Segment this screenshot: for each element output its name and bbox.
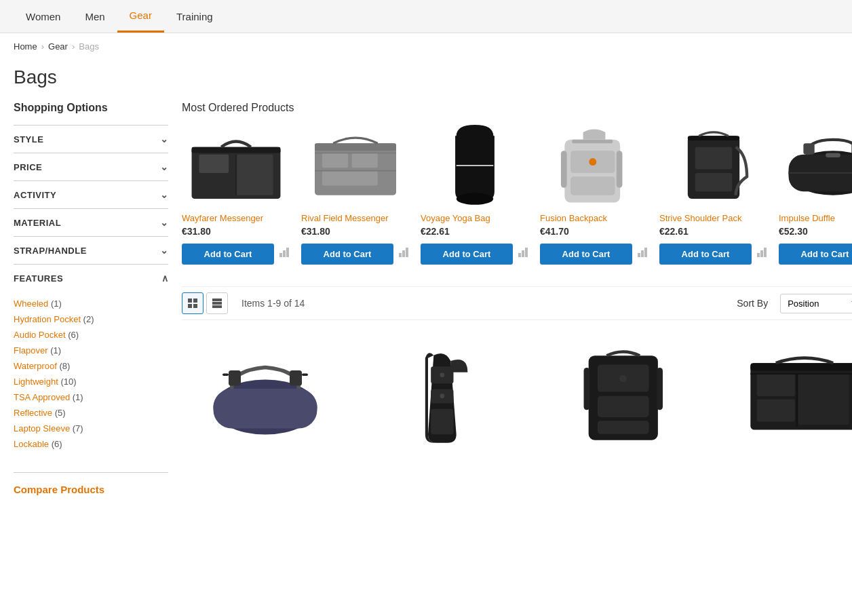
svg-rect-51 [193,299,197,303]
svg-rect-22 [522,250,524,257]
nav-women[interactable]: Women [14,1,73,32]
svg-point-75 [619,375,627,383]
feature-laptop[interactable]: Laptop Sleeve (7) [14,421,168,436]
grid-product-backpack [541,334,708,464]
product-name-voyage[interactable]: Voyage Yoga Bag [421,213,529,223]
svg-rect-7 [286,248,289,257]
bag-svg-fusion [540,125,648,206]
bag-svg-rival [301,125,410,206]
svg-rect-80 [756,400,794,422]
nav-men[interactable]: Men [73,1,117,32]
product-name-fusion[interactable]: Fusion Backpack [540,213,648,223]
product-image-strive [659,125,768,206]
sidebar: Shopping Options STYLE ⌄ PRICE ⌄ ACTIVIT… [14,102,182,495]
feature-audio[interactable]: Audio Pocket (6) [14,327,168,343]
compare-icon-voyage[interactable] [517,246,529,262]
filter-material-label: MATERIAL [14,218,61,228]
product-price-voyage: €22.61 [421,226,529,237]
feature-lockable[interactable]: Lockable (6) [14,436,168,452]
breadcrumb-sep-1: › [41,41,44,52]
bag-svg-wayfarer [182,125,290,206]
svg-point-68 [440,393,444,398]
compare-icon-rival[interactable] [398,246,410,262]
filter-activity-header[interactable]: ACTIVITY ⌄ [14,181,168,208]
filter-style-label: STYLE [14,134,43,145]
compare-icon-wayfarer[interactable] [278,246,290,262]
compare-icon-strive[interactable] [756,246,768,262]
filter-strap-chevron: ⌄ [160,245,169,256]
product-card-voyage: Voyage Yoga Bag €22.61 Add to Cart [421,125,529,265]
svg-rect-74 [657,368,663,410]
svg-rect-3 [236,155,273,195]
add-to-cart-impulse[interactable]: Add to Cart [779,244,852,265]
list-view-button[interactable] [206,292,228,314]
add-to-cart-strive[interactable]: Add to Cart [659,244,752,265]
product-image-voyage [421,125,529,206]
product-price-strive: €22.61 [659,226,768,237]
filter-material: MATERIAL ⌄ [14,208,168,236]
product-image-wayfarer [182,125,290,206]
svg-rect-5 [279,253,282,257]
filter-price: PRICE ⌄ [14,153,168,180]
shopping-options-title: Shopping Options [14,102,168,114]
svg-rect-60 [290,370,302,386]
filter-style-header[interactable]: STYLE ⌄ [14,126,168,153]
filter-price-label: PRICE [14,162,42,172]
svg-point-19 [457,193,494,204]
compare-products-link[interactable]: Compare Products [14,484,104,495]
feature-flapover[interactable]: Flapover (1) [14,343,168,358]
product-price-impulse: €52.30 [779,226,852,237]
sort-label: Sort By [737,298,768,309]
breadcrumb-gear[interactable]: Gear [48,41,68,52]
add-to-cart-voyage[interactable]: Add to Cart [421,244,513,265]
add-to-cart-rival[interactable]: Add to Cart [301,244,393,265]
feature-hydration[interactable]: Hydration Pocket (2) [14,311,168,327]
nav-gear[interactable]: Gear [117,0,164,33]
product-image-impulse [779,125,852,206]
feature-waterproof[interactable]: Waterproof (8) [14,358,168,374]
product-name-rival[interactable]: Rival Field Messenger [301,213,410,223]
filter-material-chevron: ⌄ [160,217,169,228]
feature-tsa[interactable]: TSA Approved (1) [14,389,168,405]
breadcrumb: Home › Gear › Bags [0,33,852,60]
feature-wheeled[interactable]: Wheeled (1) [14,296,168,311]
product-price-wayfarer: €31.80 [182,226,290,237]
add-to-cart-fusion[interactable]: Add to Cart [540,244,632,265]
filter-activity: ACTIVITY ⌄ [14,180,168,208]
filter-strap-label: STRAP/HANDLE [14,246,87,256]
product-name-strive[interactable]: Strive Shoulder Pack [659,213,768,223]
compare-icon-fusion[interactable] [636,246,648,262]
svg-rect-28 [570,176,615,195]
feature-lightweight[interactable]: Lightweight (10) [14,374,168,389]
most-ordered-section: Most Ordered Products Wayf [182,102,852,270]
filter-price-header[interactable]: PRICE ⌄ [14,153,168,180]
svg-rect-46 [826,153,840,157]
svg-rect-6 [283,250,286,257]
filter-features-body: Wheeled (1) Hydration Pocket (2) Audio P… [14,292,168,459]
svg-rect-10 [322,153,348,168]
grid-view-button[interactable] [182,292,204,314]
svg-rect-39 [760,250,763,257]
sort-select[interactable]: Position Product Name Price [780,294,852,313]
grid-image-messenger [721,334,852,456]
filter-material-header[interactable]: MATERIAL ⌄ [14,209,168,236]
grid-product-messenger [721,334,852,464]
add-to-cart-wayfarer[interactable]: Add to Cart [182,244,274,265]
svg-rect-36 [695,147,733,170]
breadcrumb-home[interactable]: Home [14,41,37,52]
product-name-wayfarer[interactable]: Wayfarer Messenger [182,213,290,223]
product-name-impulse[interactable]: Impulse Duffle [779,213,852,223]
svg-rect-35 [688,136,739,140]
grid-svg-messenger [740,344,853,446]
svg-rect-21 [518,253,521,257]
filter-strap-header[interactable]: STRAP/HANDLE ⌄ [14,237,168,264]
most-ordered-title: Most Ordered Products [182,102,852,114]
grid-svg-backpack [570,337,679,453]
filter-price-chevron: ⌄ [160,161,169,172]
nav-training[interactable]: Training [164,1,225,32]
feature-reflective[interactable]: Reflective (5) [14,405,168,421]
svg-rect-66 [431,409,453,435]
filter-features-header[interactable]: FEATURES ∧ [14,265,168,292]
most-ordered-carousel: Wayfarer Messenger €31.80 Add to Cart [182,125,852,270]
grid-svg-duffle [204,344,326,446]
